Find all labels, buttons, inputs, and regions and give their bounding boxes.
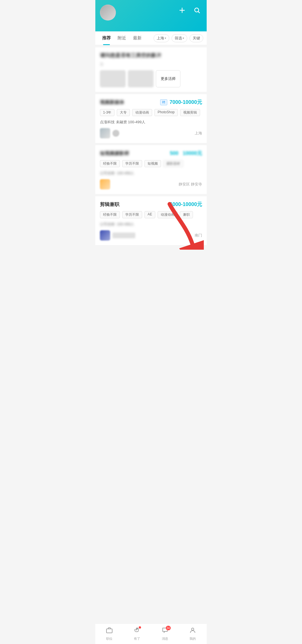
- banner-more-button[interactable]: 更多活师: [156, 70, 180, 87]
- job-tags-1: 1-3年 大专 动漫动画 PhotoShop 视频剪辑: [100, 109, 202, 116]
- pin-badge: 聘: [160, 99, 167, 105]
- job-title-3: 剪辑兼职: [100, 201, 170, 208]
- job-tags-2: 经验不限 学历不限 短视频 摄影器材: [100, 160, 202, 167]
- banner-tag-2: [128, 70, 154, 87]
- company-logo-img: [100, 179, 110, 189]
- job-title-2: 短视频摄影师: [100, 150, 170, 157]
- job-tag: 兼职: [180, 211, 193, 218]
- banner-tags: 更多活师: [100, 70, 202, 87]
- job-card-2[interactable]: 短视频摄影师 500 10000元 经验不限 学历不限 短视频 摄影器材 公司名…: [95, 145, 207, 194]
- job-card-3[interactable]: 剪辑兼职 6000-10000元 经验不限 学历不限 AE 动漫动画 兼职 公司…: [95, 196, 207, 245]
- job-salary-2: 500 10000元: [170, 150, 202, 157]
- nav-tabs: 推荐 附近 最新 上海 ▾ 筛选 ▾ 关键: [95, 31, 207, 45]
- banner-tag-1: [100, 70, 126, 87]
- tab-latest[interactable]: 最新: [130, 31, 145, 45]
- banner-sub: 立: [100, 62, 202, 67]
- job-tag: 短视频: [144, 160, 161, 167]
- job-tag: 动漫动画: [132, 109, 152, 116]
- job-tag: AE: [144, 211, 155, 218]
- job-card-1-header: 视频新媒体 聘 7000-10000元: [100, 99, 202, 106]
- filter-keyword[interactable]: 关键: [190, 34, 203, 42]
- job-footer-3: 南门: [100, 230, 202, 241]
- job-tag: 经验不限: [100, 211, 120, 218]
- job-tag: 摄影器材: [163, 160, 183, 167]
- job-tag: 经验不限: [100, 160, 120, 167]
- job-card-3-header: 剪辑兼职 6000-10000元: [100, 201, 202, 208]
- company-logo-3: [100, 230, 135, 241]
- tab-recommended[interactable]: 推荐: [99, 31, 114, 45]
- job-card-2-header: 短视频摄影师 500 10000元: [100, 150, 202, 157]
- job-tags-3: 经验不限 学历不限 AE 动漫动画 兼职: [100, 211, 202, 218]
- company-name-blurred: [112, 233, 135, 238]
- job-tag-photoshop: PhotoShop: [154, 109, 178, 116]
- avatar: [100, 5, 116, 21]
- location-1: 上海: [195, 131, 202, 136]
- company-logo-img: [100, 230, 110, 241]
- location-2: 静安区 静安寺: [179, 182, 202, 187]
- company-info-3: 公司名称 100-499人: [100, 222, 202, 227]
- banner-title: 请问您是否有三类空的影片: [100, 52, 202, 59]
- nav-filters: 上海 ▾ 筛选 ▾ 关键: [154, 34, 203, 42]
- company-info-1: 点涨科技 未融资 100-499人: [100, 120, 202, 125]
- company-logo-img: [100, 128, 110, 138]
- job-salary-3: 6000-10000元: [170, 201, 202, 208]
- header-icons: [177, 5, 202, 15]
- company-logo-1: [100, 128, 119, 138]
- job-tag: 动漫动画: [158, 211, 178, 218]
- banner-section: 请问您是否有三类空的影片 立 更多活师: [95, 47, 207, 92]
- job-tag: 大专: [117, 109, 130, 116]
- job-salary-1: 7000-10000元: [170, 99, 202, 106]
- search-icon[interactable]: [192, 5, 202, 15]
- company-info-2: 公司名称 100-499人: [100, 171, 202, 176]
- job-tag: 学历不限: [122, 160, 142, 167]
- chevron-down-icon: ▾: [183, 37, 184, 40]
- company-extra-img: [112, 130, 119, 137]
- filter-city[interactable]: 上海 ▾: [154, 34, 169, 42]
- tab-nearby[interactable]: 附近: [114, 31, 130, 45]
- job-tag: 1-3年: [100, 109, 114, 116]
- add-icon[interactable]: [177, 5, 187, 15]
- location-3: 南门: [195, 233, 202, 238]
- job-tag: 视频剪辑: [180, 109, 200, 116]
- filter-screen[interactable]: 筛选 ▾: [172, 34, 187, 42]
- content-area: 请问您是否有三类空的影片 立 更多活师 视频新媒体 聘 7000-10000元: [95, 47, 207, 270]
- job-title-1: 视频新媒体: [100, 99, 160, 106]
- company-logo-2: [100, 179, 110, 189]
- header: [95, 0, 207, 31]
- chevron-down-icon: ▾: [165, 37, 166, 40]
- job-footer-1: 上海: [100, 128, 202, 138]
- job-card-1[interactable]: 视频新媒体 聘 7000-10000元 1-3年 大专 动漫动画 PhotoSh…: [95, 94, 207, 143]
- job-footer-2: 静安区 静安寺: [100, 179, 202, 189]
- job-tag: 学历不限: [122, 211, 142, 218]
